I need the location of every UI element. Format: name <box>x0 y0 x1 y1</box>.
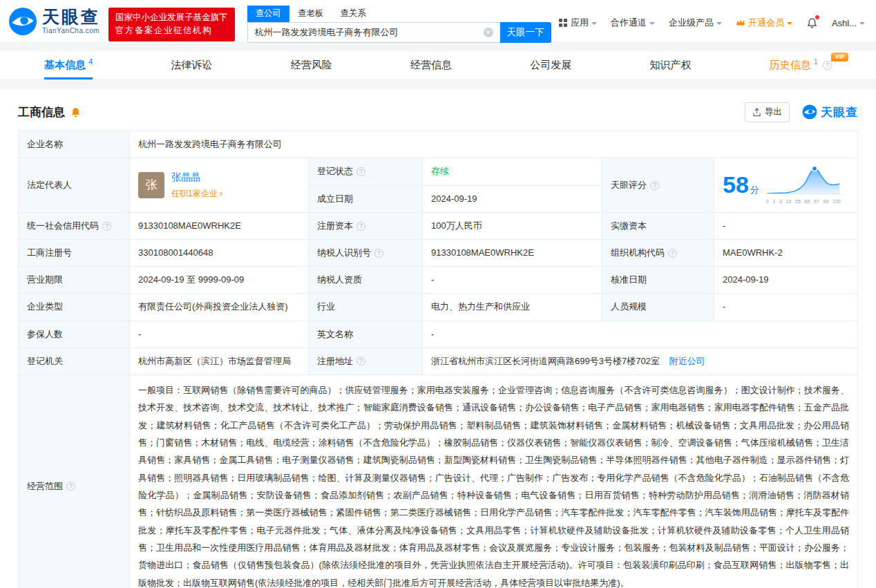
export-label: 导出 <box>765 106 782 118</box>
legal-rep-roles-link[interactable]: 任职1家企业 › <box>171 187 222 200</box>
search-tab-company[interactable]: 查公司 <box>247 6 290 22</box>
nav-enterprise[interactable]: 企业级产品 <box>669 17 722 29</box>
staff-size-label: 人员规模 <box>602 294 714 321</box>
nav-cooperation[interactable]: 合作通道 <box>611 17 655 29</box>
help-icon[interactable] <box>356 167 365 176</box>
org-code-value: MAE0WRHK-2 <box>714 240 858 267</box>
table-row: 企业类型 有限责任公司(外商投资企业法人独资) 行业 电力、热力生产和供应业 人… <box>19 294 858 321</box>
legal-rep-link[interactable]: 张晶晶 <box>171 171 200 182</box>
score-curve <box>766 164 841 198</box>
registration-authority-value: 杭州市高新区（滨江）市场监督管理局 <box>130 348 309 374</box>
nav-apps-label: 应用 <box>571 17 589 29</box>
company-type-value: 有限责任公司(外商投资企业法人独资) <box>130 294 309 321</box>
nav-apps[interactable]: 应用 <box>558 17 597 29</box>
score-axis-tick: 100 <box>832 198 841 206</box>
score-axis-tick: 3 <box>779 198 782 206</box>
badge-line2: 官方备案企业征信机构 <box>115 24 228 37</box>
score-axis-tick: 55 <box>795 198 801 206</box>
help-icon[interactable] <box>356 222 365 231</box>
nav-open-vip[interactable]: 开通会员 <box>736 17 792 29</box>
search-area: 查公司 查老板 查关系 天眼一下 <box>247 6 551 43</box>
nearby-companies-link[interactable]: 附近公司 <box>669 356 705 366</box>
chevron-down-icon <box>591 22 597 25</box>
status-badge: 存续 <box>431 166 449 176</box>
search-tab-boss[interactable]: 查老板 <box>289 6 332 22</box>
org-code-label: 组织机构代码 <box>602 240 714 267</box>
registered-address-value: 浙江省杭州市滨江区长河街道网商路699号3号楼7楼702室 <box>431 356 660 366</box>
export-button[interactable]: 导出 <box>745 102 790 122</box>
help-icon[interactable] <box>668 249 677 258</box>
business-scope-value: 一般项目：互联网销售（除销售需要许可的商品）；供应链管理服务；家用电器安装服务；… <box>130 374 858 588</box>
table-row: 经营范围 一般项目：互联网销售（除销售需要许可的商品）；供应链管理服务；家用电器… <box>19 374 858 588</box>
registered-capital-label: 注册资本 <box>309 212 423 239</box>
tax-qualification-label: 纳税人资质 <box>309 267 423 294</box>
logo-subtitle: TianYanCha.com <box>42 27 100 35</box>
taxpayer-id-value: 91330108MAE0WRHK2E <box>423 240 602 267</box>
user-name: Ashl... <box>832 18 857 28</box>
score-marker-dot <box>812 167 817 171</box>
user-menu[interactable]: Ashl... <box>832 18 865 28</box>
score-distribution-chart: 0 1 3 15 55 65 97 99 100 <box>766 164 841 206</box>
score-cell[interactable]: 58分 <box>714 158 858 213</box>
score-axis-tick: 65 <box>805 198 810 206</box>
notifications-button[interactable] <box>806 17 818 29</box>
tab-basic-info-label: 基本信息 <box>44 59 86 72</box>
registration-number-label: 工商注册号 <box>19 240 130 267</box>
help-icon[interactable] <box>102 222 111 231</box>
legal-rep-label: 法定代表人 <box>19 158 130 213</box>
table-row: 营业期限 2024-09-19 至 9999-09-09 纳税人资质 - 核准日… <box>19 267 858 294</box>
tab-basic-info[interactable]: 基本信息 4 <box>44 51 93 79</box>
tab-operating-risk[interactable]: 经营风险 <box>291 51 332 79</box>
help-icon[interactable] <box>66 482 75 491</box>
business-info-section: 工商信息 导出 天眼查 <box>0 89 876 588</box>
search-input[interactable] <box>247 22 500 43</box>
company-name-value: 杭州一路发发跨境电子商务有限公司 <box>130 131 858 158</box>
official-credit-badge: 国家中小企业发展子基金旗下 官方备案企业征信机构 <box>108 8 235 41</box>
nav-cooperation-label: 合作通道 <box>611 17 647 29</box>
score-axis-tick: 99 <box>823 198 829 206</box>
monitor-bell-icon[interactable] <box>70 106 82 118</box>
tab-company-development[interactable]: 公司发展 <box>530 51 571 79</box>
section-title: 工商信息 <box>18 104 65 120</box>
tab-operating-info[interactable]: 经营信息 <box>410 51 452 79</box>
anchor-tabbar: 基本信息 4 法律诉讼 经营风险 经营信息 公司发展 知识产权 历史信息 1 V… <box>0 51 876 80</box>
industry-value: 电力、热力生产和供应业 <box>423 294 602 321</box>
help-icon[interactable] <box>823 61 832 70</box>
tab-legal-proceedings[interactable]: 法律诉讼 <box>171 51 212 79</box>
approval-date-value: 2024-09-19 <box>714 267 858 294</box>
notification-dot <box>815 15 819 19</box>
insured-count-value: - <box>130 321 309 348</box>
business-term-label: 营业期限 <box>19 267 130 294</box>
tab-history-info-label: 历史信息 <box>770 59 811 72</box>
table-row: 统一社会信用代码 91330108MAE0WRHK2E 注册资本 100万人民币… <box>19 212 858 239</box>
nav-open-vip-label: 开通会员 <box>748 17 784 29</box>
status-value: 存续 <box>423 158 602 185</box>
tab-company-development-label: 公司发展 <box>530 59 571 72</box>
top-nav: 应用 合作通道 企业级产品 开通会员 Ashl... <box>558 17 865 29</box>
score-unit: 分 <box>750 184 759 195</box>
crown-icon <box>736 19 745 27</box>
tab-history-info[interactable]: 历史信息 1 VIP <box>770 51 832 79</box>
score-label: 天眼评分 <box>602 158 714 213</box>
chevron-down-icon <box>787 22 792 25</box>
english-name-label: 英文名称 <box>309 321 423 348</box>
help-icon[interactable] <box>374 249 383 258</box>
search-tab-relation[interactable]: 查关系 <box>332 6 375 22</box>
registration-authority-label: 登记机关 <box>19 348 130 374</box>
clear-icon[interactable] <box>484 28 493 37</box>
tianyancha-logo[interactable]: 天眼查 TianYanCha.com <box>8 7 100 36</box>
score-axis-tick: 15 <box>786 198 792 206</box>
score-axis-tick: 0 <box>766 198 769 206</box>
tab-operating-risk-label: 经营风险 <box>291 59 332 72</box>
taxpayer-id-label: 纳税人识别号 <box>309 240 423 267</box>
brand-eye-icon <box>802 104 817 120</box>
section-header: 工商信息 导出 天眼查 <box>18 100 858 124</box>
table-row: 法定代表人 张 张晶晶 任职1家企业 › 登记状态 存续 天眼评分 <box>19 158 858 185</box>
chevron-down-icon <box>716 22 722 25</box>
search-tabs: 查公司 查老板 查关系 <box>247 6 551 22</box>
help-icon[interactable] <box>650 181 659 190</box>
search-button[interactable]: 天眼一下 <box>500 22 551 43</box>
registration-number-value: 330108001440648 <box>130 240 309 267</box>
help-icon[interactable] <box>356 357 365 366</box>
tab-intellectual-property[interactable]: 知识产权 <box>650 51 692 79</box>
